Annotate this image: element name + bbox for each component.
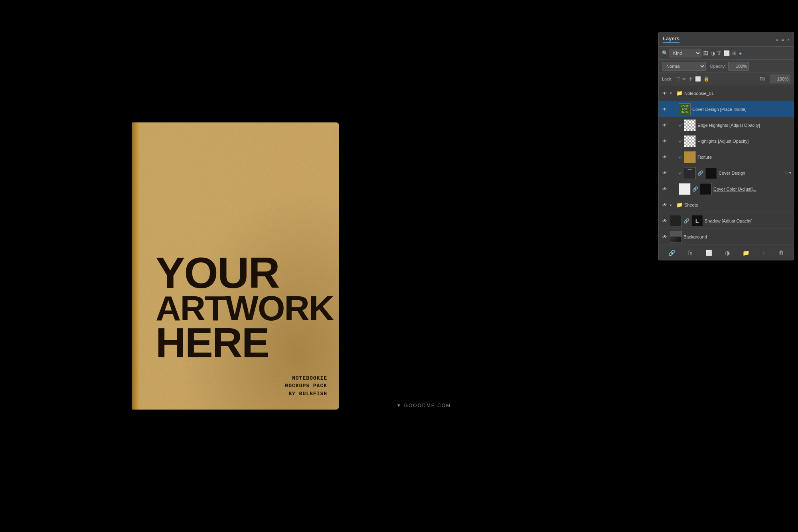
link-icon-shadow: 🔗 xyxy=(683,218,689,224)
thumb-shadow xyxy=(670,215,682,227)
layer-name-edge-highlights: Edge Highlights [Adjust Opacity] xyxy=(697,123,791,128)
filter-adjustment-icon[interactable]: ◑ xyxy=(711,50,715,56)
layer-cover-design-inside[interactable]: 👁 YOURARTHERE Cover Design [Place Inside… xyxy=(659,101,794,117)
filter-image-icon[interactable]: 🖼 xyxy=(703,50,708,56)
eye-icon-cover-color[interactable]: 👁 xyxy=(661,185,668,193)
filter-icons-row: 🖼 ◑ T ⬜ ⊞ ● xyxy=(703,50,742,56)
blend-mode-row: Normal Opacity: xyxy=(659,60,794,73)
blend-mode-select[interactable]: Normal xyxy=(662,62,706,71)
layer-name-texture: Texture xyxy=(697,155,791,160)
thumb-cover-color xyxy=(679,183,691,195)
footer-mask-icon[interactable]: ⬜ xyxy=(704,249,714,257)
layer-highlights[interactable]: 👁 ↙ Highlights [Adjust Opacity] xyxy=(659,133,794,149)
layer-group-notebookie[interactable]: 👁 ▾ 📁 Notebookie_01 xyxy=(659,85,794,101)
filter-row: 🔍 Kind 🖼 ◑ T ⬜ ⊞ ● xyxy=(659,47,794,60)
filter-text-icon[interactable]: T xyxy=(717,50,721,56)
layer-name-cover-design: Cover Design xyxy=(719,171,781,175)
footer-new-layer-icon[interactable]: + xyxy=(760,249,767,257)
thumb-cover-design: ART xyxy=(684,167,696,179)
footer-link-icon[interactable]: 🔗 xyxy=(667,249,677,257)
layers-list: 👁 ▾ 📁 Notebookie_01 👁 YOURARTHERE Cover … xyxy=(659,85,794,245)
text-line3: HERE xyxy=(156,324,327,362)
lock-paint-icon[interactable]: ✏ xyxy=(682,76,686,82)
fill-label: Fill: xyxy=(760,77,766,81)
folder-icon-sheets: 📁 xyxy=(676,202,683,208)
panel-menu-button[interactable]: ≡ xyxy=(781,37,784,42)
panel-header-icons: « ≡ × xyxy=(776,37,790,42)
layer-name-sheets: Sheets xyxy=(684,203,791,207)
smart-object-icon-cover: ⊙ xyxy=(784,171,788,175)
notebook-mockup: YOUR ARTWORK HERE NOTEBOOKIE MOCKUPS PAC… xyxy=(132,122,339,410)
eye-icon-background[interactable]: 👁 xyxy=(661,233,668,240)
lock-row: Lock: ⬚ ✏ ✛ ⬜ 🔒 Fill: xyxy=(659,73,794,85)
layer-group-sheets[interactable]: 👁 ▸ 📁 Sheets xyxy=(659,197,794,213)
layers-panel: Layers « ≡ × 🔍 Kind 🖼 ◑ T ⬜ ⊞ ● Normal O… xyxy=(658,32,794,260)
eye-icon-texture[interactable]: 👁 xyxy=(661,154,668,161)
layer-edge-highlights[interactable]: 👁 ↙ Edge Highlights [Adjust Opacity] xyxy=(659,117,794,133)
eye-icon-cover-inside[interactable]: 👁 xyxy=(661,106,668,113)
folder-icon-notebookie: 📁 xyxy=(676,90,683,97)
panel-header: Layers « ≡ × xyxy=(659,32,794,47)
lock-artboard-icon[interactable]: ⬜ xyxy=(695,76,701,82)
filter-smartobject-icon[interactable]: ⊞ xyxy=(732,50,737,56)
panel-collapse-button[interactable]: « xyxy=(776,37,778,42)
canvas-area: YOUR ARTWORK HERE NOTEBOOKIE MOCKUPS PAC… xyxy=(0,0,471,532)
lock-icons: ⬚ ✏ ✛ ⬜ 🔒 xyxy=(676,76,709,82)
layer-name-highlights: Highlights [Adjust Opacity] xyxy=(697,139,791,144)
panel-tab-layers[interactable]: Layers xyxy=(663,35,679,43)
lock-transparent-icon[interactable]: ⬚ xyxy=(676,76,680,82)
link-icon-cover-design: ↙ xyxy=(679,170,682,175)
eye-icon-sheets[interactable]: 👁 xyxy=(661,201,668,209)
thumb-cover-inside: YOURARTHERE xyxy=(679,103,691,115)
thumb-background xyxy=(670,231,682,243)
watermark: GOOODME.COM xyxy=(396,403,451,408)
link-icon-highlights: ↙ xyxy=(679,138,682,144)
layer-cover-color[interactable]: 👁 🔗 Cover Color [Adjust]... xyxy=(659,181,794,197)
link-icon-edge-highlights: ↙ xyxy=(679,122,682,128)
layer-cover-design[interactable]: 👁 ↙ ART 🔗 Cover Design ⊙ ▾ xyxy=(659,165,794,181)
expand-icon-notebookie[interactable]: ▾ xyxy=(670,91,675,95)
opacity-input[interactable] xyxy=(728,62,749,71)
search-icon: 🔍 xyxy=(662,50,668,56)
thumb-edge-highlights xyxy=(684,119,696,131)
notebook-spine xyxy=(132,122,139,410)
eye-icon-edge-highlights[interactable]: 👁 xyxy=(661,122,668,129)
eye-icon-highlights[interactable]: 👁 xyxy=(661,138,668,145)
filter-shape-icon[interactable]: ⬜ xyxy=(723,50,730,56)
thumb-cover-color-mask xyxy=(700,183,712,195)
lock-all-icon[interactable]: 🔒 xyxy=(703,76,709,82)
kind-filter-select[interactable]: Kind xyxy=(670,49,701,57)
layer-texture[interactable]: 👁 ↙ Texture xyxy=(659,149,794,165)
eye-icon-notebookie[interactable]: 👁 xyxy=(661,90,668,97)
filter-color-icon[interactable]: ● xyxy=(739,50,742,56)
layer-shadow[interactable]: 👁 🔗 L Shadow [Adjust Opacity] xyxy=(659,213,794,229)
thumb-shadow-mask: L xyxy=(691,215,703,227)
eye-icon-shadow[interactable]: 👁 xyxy=(661,217,668,225)
link-icon-cover-color: 🔗 xyxy=(692,186,698,192)
footer-adjustment-icon[interactable]: ◑ xyxy=(723,249,731,257)
opacity-label: Opacity: xyxy=(710,64,726,69)
eye-icon-cover-design[interactable]: 👁 xyxy=(661,169,668,177)
expand-icon-sheets[interactable]: ▸ xyxy=(670,203,675,207)
layer-name-notebookie: Notebookie_01 xyxy=(684,91,791,96)
expand-arrow-cover[interactable]: ▾ xyxy=(789,171,791,175)
lock-position-icon[interactable]: ✛ xyxy=(689,76,693,82)
thumb-texture xyxy=(684,151,696,163)
panel-close-button[interactable]: × xyxy=(787,37,790,42)
layer-name-background: Background xyxy=(683,234,791,239)
footer-delete-icon[interactable]: 🗑 xyxy=(777,249,786,257)
smart-link-icon-cover: 🔗 xyxy=(697,170,703,176)
notebook-artwork-text: YOUR ARTWORK HERE xyxy=(156,253,327,362)
link-icon-texture: ↙ xyxy=(679,154,682,160)
fill-input[interactable] xyxy=(770,75,790,83)
footer-fx-icon[interactable]: fx xyxy=(686,249,694,257)
footer-group-icon[interactable]: 📁 xyxy=(741,249,751,257)
layer-name-cover-inside: Cover Design [Place Inside] xyxy=(692,107,791,112)
layer-name-shadow: Shadow [Adjust Opacity] xyxy=(705,219,791,223)
panel-footer: 🔗 fx ⬜ ◑ 📁 + 🗑 xyxy=(659,245,794,260)
thumb-cover-design-mask xyxy=(705,167,717,179)
notebook-subtitle: NOTEBOOKIE MOCKUPS PACK BY BULBFISH xyxy=(285,374,327,398)
layer-background[interactable]: 👁 Background xyxy=(659,229,794,245)
text-line1: YOUR xyxy=(156,253,327,292)
lock-label: Lock: xyxy=(662,77,672,81)
